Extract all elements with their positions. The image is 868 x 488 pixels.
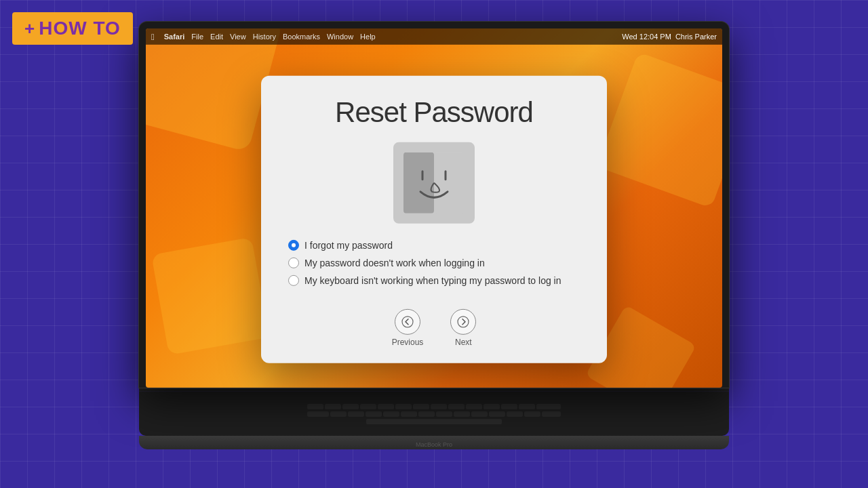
key <box>519 403 535 409</box>
key <box>524 411 540 416</box>
key <box>348 411 364 416</box>
how-to-badge: + HOW TO <box>12 12 133 45</box>
keyboard-row-1 <box>307 403 561 409</box>
key <box>366 411 382 416</box>
previous-arrow-icon <box>401 316 414 328</box>
svg-rect-1 <box>434 152 465 214</box>
key <box>378 403 394 409</box>
key <box>325 403 341 409</box>
menubar-user: Chris Parker <box>675 33 717 41</box>
key <box>448 403 465 409</box>
badge-text: HOW TO <box>39 18 121 39</box>
radio-forgot-password[interactable] <box>288 240 299 251</box>
key <box>360 403 376 409</box>
geo-shape-3 <box>597 52 722 209</box>
keyboard-row-3 <box>307 418 561 424</box>
key <box>307 403 323 409</box>
next-circle <box>450 309 476 335</box>
key <box>436 411 452 416</box>
laptop:  Safari File Edit View History Bookmark… <box>139 22 729 449</box>
apple-menu[interactable]:  <box>151 31 155 41</box>
option-label-3: My keyboard isn't working when typing my… <box>304 275 561 286</box>
menubar-safari[interactable]: Safari <box>164 33 185 41</box>
key <box>307 411 329 416</box>
menubar-time: Wed 12:04 PM <box>622 33 671 41</box>
keyboard-area <box>139 392 729 436</box>
finder-face-svg <box>403 152 465 214</box>
key <box>484 403 500 409</box>
menubar-left:  Safari File Edit View History Bookmark… <box>151 31 376 41</box>
option-row-2[interactable]: My password doesn't work when logging in <box>288 258 587 268</box>
menubar-help[interactable]: Help <box>360 33 376 41</box>
finder-icon-wrapper <box>281 142 587 224</box>
key <box>383 411 399 416</box>
menubar-right: Wed 12:04 PM Chris Parker <box>622 33 717 41</box>
menubar:  Safari File Edit View History Bookmark… <box>146 28 722 45</box>
plus-icon: + <box>24 20 35 37</box>
key <box>413 403 429 409</box>
laptop-screen:  Safari File Edit View History Bookmark… <box>146 28 722 388</box>
key <box>401 411 417 416</box>
previous-label: Previous <box>392 338 424 347</box>
option-row-3[interactable]: My keyboard isn't working when typing my… <box>288 275 587 286</box>
key <box>471 411 488 416</box>
laptop-bottom: MacBook Pro <box>139 436 729 449</box>
key <box>489 411 505 416</box>
nav-buttons: Previous Next <box>281 302 587 347</box>
key <box>342 403 359 409</box>
option-row-1[interactable]: I forgot my password <box>288 240 587 251</box>
menubar-history[interactable]: History <box>253 33 276 41</box>
option-label-1: I forgot my password <box>304 240 393 251</box>
radio-doesnt-work[interactable] <box>288 258 299 268</box>
keyboard-rows <box>307 403 561 424</box>
finder-icon <box>393 142 475 224</box>
next-label: Next <box>455 338 472 347</box>
macos-desktop:  Safari File Edit View History Bookmark… <box>146 28 722 388</box>
key <box>395 403 412 409</box>
spacebar <box>366 418 502 424</box>
geo-shape-2 <box>151 237 269 355</box>
key <box>542 411 561 416</box>
key <box>466 403 482 409</box>
key <box>418 411 435 416</box>
next-arrow-icon <box>457 316 469 328</box>
keyboard-row-2 <box>307 411 561 416</box>
menubar-view[interactable]: View <box>230 33 246 41</box>
svg-rect-0 <box>403 152 434 214</box>
key <box>507 411 523 416</box>
menubar-bookmarks[interactable]: Bookmarks <box>283 33 320 41</box>
menubar-window[interactable]: Window <box>327 33 353 41</box>
key <box>431 403 447 409</box>
reset-password-dialog: Reset Password <box>261 76 607 363</box>
previous-circle <box>395 309 420 335</box>
options-list: I forgot my password My password doesn't… <box>281 240 587 286</box>
laptop-screen-bezel:  Safari File Edit View History Bookmark… <box>139 22 729 388</box>
key <box>330 411 347 416</box>
svg-point-5 <box>458 317 469 327</box>
next-button[interactable]: Next <box>450 309 476 347</box>
key <box>501 403 517 409</box>
svg-point-4 <box>402 317 413 327</box>
laptop-model-text: MacBook Pro <box>416 441 452 448</box>
key <box>454 411 470 416</box>
menubar-edit[interactable]: Edit <box>210 33 223 41</box>
radio-keyboard-not-working[interactable] <box>288 275 299 286</box>
dialog-title: Reset Password <box>281 96 587 129</box>
option-label-2: My password doesn't work when logging in <box>304 258 485 268</box>
key <box>536 403 561 409</box>
previous-button[interactable]: Previous <box>392 309 424 347</box>
menubar-file[interactable]: File <box>191 33 203 41</box>
